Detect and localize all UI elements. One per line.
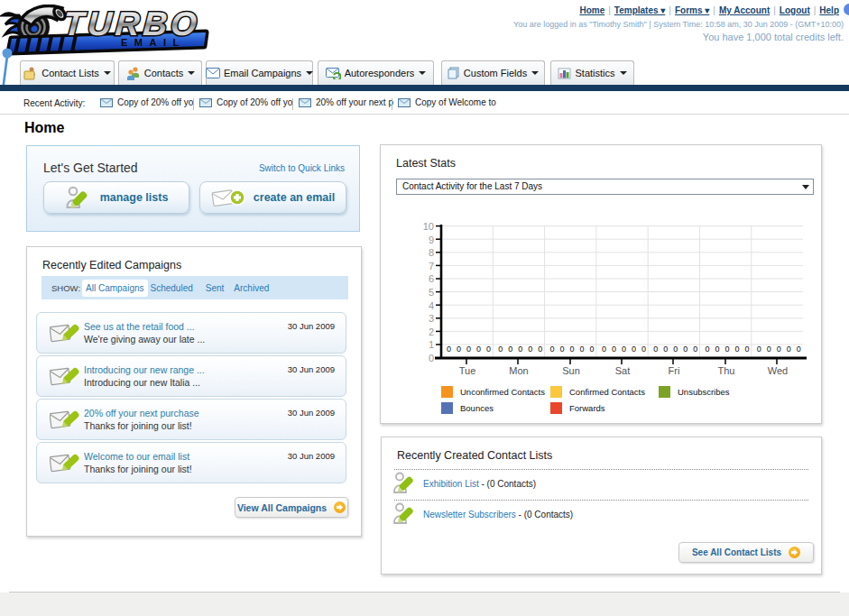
svg-text:10: 10 xyxy=(423,221,434,232)
svg-text:4: 4 xyxy=(429,300,434,311)
svg-text:7: 7 xyxy=(429,261,434,271)
svg-text:EMAIL: EMAIL xyxy=(121,37,186,48)
svg-text:8: 8 xyxy=(429,247,434,258)
svg-text:0: 0 xyxy=(457,345,461,354)
svg-text:Mon: Mon xyxy=(509,365,528,376)
svg-text:Sun: Sun xyxy=(562,365,580,376)
svg-text:0: 0 xyxy=(447,345,451,354)
svg-text:0: 0 xyxy=(429,353,434,363)
svg-text:2: 2 xyxy=(429,326,434,337)
svg-text:5: 5 xyxy=(429,287,434,298)
svg-text:6: 6 xyxy=(429,273,434,284)
svg-text:Tue: Tue xyxy=(459,365,476,376)
svg-text:9: 9 xyxy=(429,234,434,245)
svg-text:Wed: Wed xyxy=(768,365,788,376)
svg-text:3: 3 xyxy=(429,313,434,324)
svg-text:0: 0 xyxy=(476,345,481,354)
svg-text:Fri: Fri xyxy=(669,365,680,376)
svg-text:0: 0 xyxy=(466,345,471,354)
svg-text:Sat: Sat xyxy=(615,365,631,376)
svg-text:Thu: Thu xyxy=(718,365,735,376)
svg-text:1: 1 xyxy=(429,339,434,350)
svg-text:0: 0 xyxy=(486,345,491,354)
